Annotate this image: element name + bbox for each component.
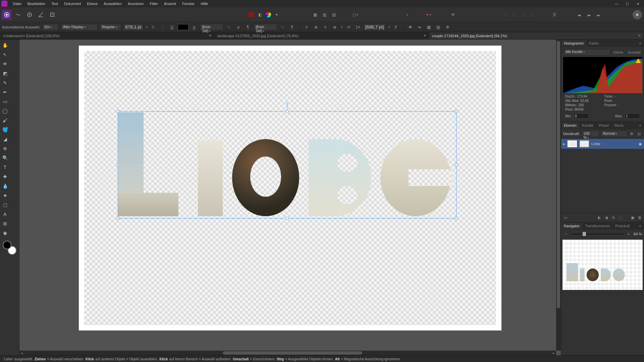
zoom-tool[interactable]: 🔍 — [1, 154, 9, 162]
align-right-icon[interactable]: ≡ — [322, 23, 329, 31]
canvas-area[interactable]: ◂▸ — [19, 40, 561, 355]
adjustment-icon[interactable]: ◑ — [603, 215, 609, 221]
para-style-dropdown[interactable]: [Kein Stil]▾ — [254, 24, 277, 31]
settings-gear-icon[interactable]: ⚙ — [444, 23, 451, 31]
gradient-tool[interactable]: ◢ — [1, 135, 9, 143]
wand-icon[interactable]: ✦ — [273, 11, 280, 18]
transform-flip-icon[interactable]: ⇋ — [416, 23, 423, 31]
hist-min-input[interactable] — [574, 113, 589, 119]
account-avatar[interactable]: ◉ — [633, 10, 642, 19]
layer-lock-icon[interactable]: ⊡ — [636, 131, 642, 137]
selection-bounds[interactable] — [118, 111, 457, 219]
delete-layer-icon[interactable]: 🗑 — [637, 215, 643, 221]
text-color-swatch[interactable] — [178, 24, 189, 30]
rect-select-tool[interactable]: ▭ — [1, 97, 9, 106]
swatch-red[interactable] — [248, 12, 254, 17]
close-icon[interactable]: ✕ — [423, 34, 426, 38]
grid2-icon[interactable]: ▥ — [321, 11, 328, 18]
para-update-icon[interactable]: ↻ — [279, 23, 286, 31]
blend-mode-dropdown[interactable]: Normal▾ — [601, 130, 627, 137]
tab-stock[interactable]: Stock — [611, 122, 626, 128]
panel-menu-icon[interactable]: ≡ — [637, 223, 644, 229]
tag-icon[interactable]: ⬚ — [618, 215, 624, 221]
menu-ebene[interactable]: Ebene — [84, 1, 100, 7]
move-tool[interactable]: ↖ — [1, 50, 9, 59]
cloud2-icon[interactable]: ☁ — [585, 11, 592, 18]
heal-tool[interactable]: ✚ — [1, 172, 9, 181]
color-selector[interactable] — [3, 241, 16, 255]
mask-icon[interactable]: ◐ — [596, 215, 602, 221]
arrange-dropdown[interactable]: ◻▾ — [352, 11, 359, 18]
pencil-tool[interactable]: ✎ — [1, 78, 9, 87]
fx-icon[interactable]: fx — [610, 215, 616, 221]
panel-menu-icon[interactable]: ≡ — [637, 40, 644, 46]
zoom-out-button[interactable]: − — [563, 231, 569, 237]
color-wheel-icon[interactable] — [266, 12, 271, 17]
opacity-input[interactable]: 100 %▾ — [581, 130, 599, 137]
vertical-scrollbar[interactable] — [556, 40, 561, 351]
layer-row[interactable]: ▸ Liebe ◉ — [561, 139, 644, 149]
hand-tool[interactable]: ✋ — [1, 41, 9, 50]
align-icon[interactable]: ⫞ — [403, 11, 411, 18]
close-icon[interactable]: ✕ — [209, 34, 212, 38]
typography-icon[interactable]: a — [235, 23, 242, 31]
font-size-input[interactable] — [123, 24, 143, 31]
menu-hilfe[interactable]: Hilfe — [198, 1, 211, 7]
tab-transform[interactable]: Transformieren — [582, 223, 612, 229]
menu-ansicht[interactable]: Ansicht — [161, 1, 179, 7]
menu-filter[interactable]: Filter — [147, 1, 161, 7]
paragraph-icon[interactable]: ¶ — [244, 23, 252, 31]
close-icon[interactable]: ✕ — [638, 34, 641, 38]
tab-histogram[interactable]: Histogramm — [561, 40, 586, 46]
document-tab-0[interactable]: <Unbenannt> [Geändert] (100,0%) ✕ — [0, 32, 215, 39]
autoselect-dropdown[interactable]: Ein▾ — [42, 24, 59, 31]
pen-tool[interactable]: ✒ — [1, 88, 9, 97]
transform-grid2-icon[interactable]: ▥ — [435, 23, 442, 31]
navigator-preview[interactable] — [562, 240, 643, 290]
document-tab-1[interactable]: landscape-3127859_1920.jpg [Geändert] (7… — [215, 32, 429, 39]
zoom-in-button[interactable]: + — [626, 231, 632, 237]
menu-dokument[interactable]: Dokument — [61, 1, 84, 7]
tab-layers[interactable]: Ebenen — [561, 122, 579, 128]
hist-max-input[interactable] — [625, 113, 640, 119]
grid1-icon[interactable]: ▦ — [311, 11, 319, 18]
menu-anordnen[interactable]: Anordnen — [125, 1, 147, 7]
text-tool[interactable]: T — [1, 163, 9, 172]
menu-fenster[interactable]: Fenster — [179, 1, 197, 7]
add-layer-icon[interactable]: ▣ — [630, 215, 636, 221]
font-family-dropdown[interactable]: Aller Display▾ — [61, 24, 98, 31]
menu-text[interactable]: Text — [49, 1, 61, 7]
pilcrow-icon[interactable]: ¶ — [288, 23, 296, 31]
edit-all-icon[interactable]: ▭ — [562, 215, 569, 221]
brush-tool[interactable]: 🖌 — [1, 116, 9, 125]
picker-tool[interactable]: ◉ — [1, 229, 9, 237]
char-style-dropdown[interactable]: [Kein Stil]▾ — [200, 24, 223, 31]
visibility-icon[interactable]: ◉ — [639, 142, 642, 146]
hist-selection-button[interactable]: Auswahl — [627, 50, 642, 55]
frame-text-tool[interactable]: A — [1, 210, 9, 219]
persona-photo[interactable] — [2, 10, 11, 19]
tab-color[interactable]: Farbe — [586, 40, 601, 46]
transform-move-icon[interactable]: ✥ — [407, 23, 414, 31]
snap-dropdown[interactable]: ✦▾ — [425, 11, 432, 18]
cloud1-icon[interactable]: ☁ — [576, 11, 583, 18]
align-center-icon[interactable]: ≣ — [312, 23, 320, 31]
window-maximize[interactable]: ☐ — [623, 1, 632, 7]
tab-history[interactable]: Protokoll — [612, 223, 632, 229]
shape-rect-tool[interactable]: ▢ — [1, 200, 9, 209]
zoom-slider[interactable] — [571, 233, 624, 235]
lasso-tool[interactable]: ◯ — [1, 107, 9, 115]
menu-datei[interactable]: Datei — [10, 1, 24, 7]
list-number-icon[interactable]: 1≡ — [354, 23, 362, 31]
transform-grid-icon[interactable]: ▦ — [425, 23, 433, 31]
document-tab-2[interactable]: couple-1718244_1920.jpg [Geändert] (64,1… — [429, 32, 644, 39]
align-left-icon[interactable]: ≡ — [303, 23, 310, 31]
bold-button[interactable]: B — [150, 23, 157, 31]
hist-layer-button[interactable]: Ebene — [612, 50, 625, 55]
leading-input[interactable] — [364, 24, 386, 31]
preview-icon[interactable]: 👁 — [449, 11, 457, 18]
style-update-icon[interactable]: ↻ — [225, 23, 233, 31]
grid3-icon[interactable]: ▤ — [330, 11, 337, 18]
tab-navigator[interactable]: Navigator — [561, 223, 582, 229]
underline-button[interactable]: U — [168, 23, 176, 31]
